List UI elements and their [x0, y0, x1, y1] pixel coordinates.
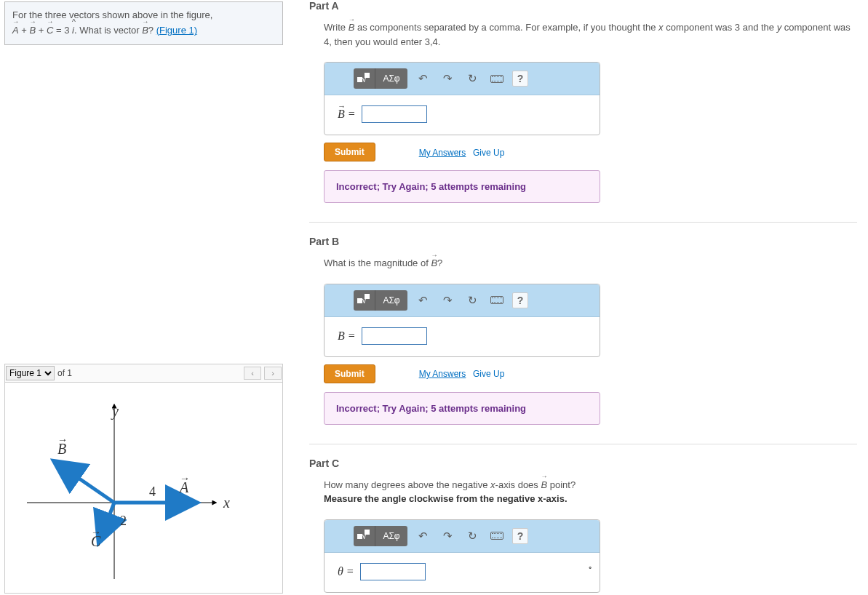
- part-a-input[interactable]: [362, 105, 427, 123]
- num-2: 2: [120, 514, 127, 529]
- part-c-answer-box: √ ΑΣφ ↶ ↷ ↻ ? θ = ∘: [324, 519, 600, 593]
- part-c-description: How many degrees above the negative x-ax…: [324, 478, 857, 506]
- vec-B-label: →B: [57, 441, 66, 458]
- figure-link[interactable]: (Figure 1): [156, 25, 197, 36]
- template-button[interactable]: √: [354, 68, 375, 89]
- reset-icon[interactable]: ↻: [463, 69, 482, 88]
- undo-icon[interactable]: ↶: [413, 291, 432, 310]
- part-b-my-answers-link[interactable]: My Answers: [419, 369, 466, 379]
- undo-icon[interactable]: ↶: [413, 527, 432, 546]
- keyboard-icon[interactable]: [487, 527, 506, 546]
- help-icon[interactable]: ?: [512, 292, 528, 308]
- problem-text: For the three vectors shown above in the…: [12, 9, 212, 20]
- axis-y-label: y: [112, 403, 119, 420]
- part-a-feedback: Incorrect; Try Again; 5 attempts remaini…: [324, 170, 600, 203]
- part-a-my-answers-link[interactable]: My Answers: [419, 148, 466, 158]
- reset-icon[interactable]: ↻: [463, 527, 482, 546]
- redo-icon[interactable]: ↷: [438, 291, 457, 310]
- help-icon[interactable]: ?: [512, 71, 528, 87]
- vec-B-q: →B: [142, 23, 148, 39]
- equation-toolbar: √ ΑΣφ ↶ ↷ ↻ ?: [324, 63, 600, 95]
- figure-prev-button[interactable]: ‹: [244, 367, 261, 380]
- redo-icon[interactable]: ↷: [438, 69, 457, 88]
- greek-button[interactable]: ΑΣφ: [375, 290, 407, 311]
- part-a-description: Write →B as components separated by a co…: [324, 20, 857, 49]
- part-a-give-up-link[interactable]: Give Up: [473, 148, 504, 158]
- redo-icon[interactable]: ↷: [438, 527, 457, 546]
- keyboard-icon[interactable]: [487, 69, 506, 88]
- part-a-heading: Part A: [309, 0, 857, 12]
- greek-button[interactable]: ΑΣφ: [375, 526, 407, 546]
- part-b-heading: Part B: [309, 236, 857, 247]
- part-b-label: B =: [338, 330, 356, 343]
- vec-A-label: →A: [180, 479, 188, 496]
- part-c: Part C How many degrees above the negati…: [309, 458, 857, 596]
- template-button[interactable]: √: [354, 526, 375, 546]
- equation-toolbar: √ ΑΣφ ↶ ↷ ↻ ?: [324, 284, 600, 317]
- part-c-label: θ =: [338, 565, 354, 578]
- vec-C-label: →C: [91, 533, 100, 550]
- part-b-submit-button[interactable]: Submit: [324, 364, 375, 383]
- axis-x-label: x: [223, 495, 230, 511]
- figure-canvas: y x →B →A →C 4 2: [4, 383, 283, 594]
- keyboard-icon[interactable]: [487, 291, 506, 310]
- degree-unit: ∘: [588, 563, 592, 571]
- part-a: Part A Write →B as components separated …: [309, 0, 857, 203]
- part-b-feedback: Incorrect; Try Again; 5 attempts remaini…: [324, 392, 600, 425]
- part-c-bold-desc: Measure the angle clockwise from the neg…: [324, 493, 568, 504]
- part-c-input[interactable]: [360, 563, 426, 580]
- svg-line-4: [100, 503, 114, 540]
- num-4: 4: [149, 484, 156, 500]
- equation-toolbar: √ ΑΣφ ↶ ↷ ↻ ?: [324, 520, 600, 553]
- figure-of-label: of 1: [57, 368, 72, 378]
- figure-next-button[interactable]: ›: [264, 367, 282, 380]
- part-a-label: →B =: [338, 108, 356, 121]
- part-b-give-up-link[interactable]: Give Up: [473, 369, 504, 379]
- help-icon[interactable]: ?: [512, 528, 528, 544]
- part-b-description: What is the magnitude of →B?: [324, 256, 857, 271]
- part-b-answer-box: √ ΑΣφ ↶ ↷ ↻ ? B =: [324, 284, 600, 357]
- part-b-input[interactable]: [362, 327, 427, 345]
- greek-button[interactable]: ΑΣφ: [375, 68, 407, 89]
- part-c-heading: Part C: [309, 458, 857, 469]
- vec-B: →B: [30, 23, 36, 39]
- figure-panel: Figure 1 of 1 ‹ ›: [4, 364, 283, 594]
- template-button[interactable]: √: [354, 290, 375, 311]
- i-hat: ^i: [72, 23, 74, 39]
- part-a-submit-button[interactable]: Submit: [324, 143, 375, 161]
- problem-statement: For the three vectors shown above in the…: [4, 1, 283, 45]
- reset-icon[interactable]: ↻: [463, 291, 482, 310]
- figure-select[interactable]: Figure 1: [6, 366, 55, 380]
- vector-diagram: [5, 383, 282, 594]
- vec-A: →A: [12, 23, 19, 39]
- undo-icon[interactable]: ↶: [413, 69, 432, 88]
- part-a-answer-box: √ ΑΣφ ↶ ↷ ↻ ? →B =: [324, 62, 600, 135]
- vec-C: →C: [47, 23, 53, 39]
- svg-line-3: [56, 463, 114, 503]
- part-b: Part B What is the magnitude of →B? √ ΑΣ…: [309, 236, 857, 425]
